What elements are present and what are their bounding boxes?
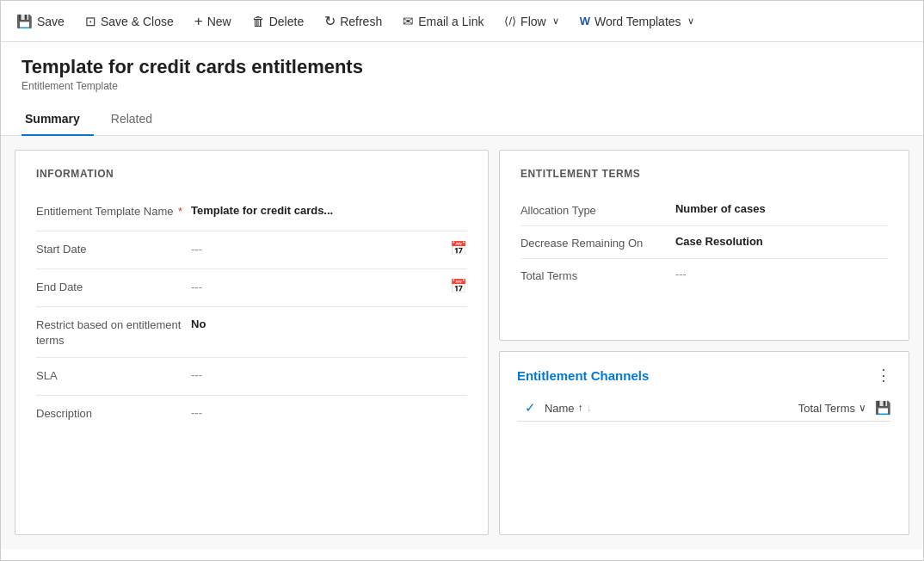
new-icon: + (194, 13, 203, 30)
field-entitlement-template-name: Entitlement Template Name * Template for… (36, 194, 467, 231)
field-sla-label: SLA (36, 367, 191, 384)
page-subtitle: Entitlement Template (22, 80, 902, 92)
new-button[interactable]: + New (186, 8, 240, 35)
page-title: Template for credit cards entitlements (22, 56, 902, 78)
save-button[interactable]: 💾 Save (8, 9, 73, 34)
delete-icon: 🗑 (252, 14, 265, 28)
refresh-label: Refresh (340, 15, 382, 28)
information-panel-title: INFORMATION (36, 168, 467, 180)
allocation-type-value[interactable]: Number of cases (675, 202, 888, 215)
field-description-value[interactable]: --- (191, 404, 467, 419)
word-templates-button[interactable]: W Word Templates ∨ (571, 9, 703, 34)
required-indicator: * (178, 205, 182, 218)
tab-related[interactable]: Related (108, 103, 166, 136)
channels-title: Entitlement Channels (517, 368, 649, 383)
save-close-button[interactable]: ⊡ Save & Close (77, 9, 182, 34)
save-close-label: Save & Close (101, 15, 174, 28)
refresh-button[interactable]: ↻ Refresh (316, 8, 391, 34)
field-start-date-value[interactable]: --- (191, 241, 443, 256)
field-restrict-value[interactable]: No (191, 316, 467, 330)
email-link-label: Email a Link (418, 15, 484, 28)
channels-table-header: ✓ Name ↑ ↓ Total Terms ∨ 💾 (517, 395, 891, 422)
tabs-bar: Summary Related (1, 102, 923, 136)
email-link-button[interactable]: ✉ Email a Link (394, 9, 492, 34)
field-start-date-label: Start Date (36, 240, 191, 257)
content-area: INFORMATION Entitlement Template Name * … (1, 136, 923, 549)
email-icon: ✉ (403, 14, 414, 29)
check-col-header: ✓ (517, 400, 545, 416)
sort-asc-icon[interactable]: ↑ (578, 402, 583, 414)
right-panels: ENTITLEMENT TERMS Allocation Type Number… (499, 150, 909, 535)
field-restrict-entitlement: Restrict based on entitlement terms No (36, 307, 467, 358)
flow-button[interactable]: ⟨/⟩ Flow ∨ (496, 9, 567, 34)
channels-header: Entitlement Channels ⋮ (517, 366, 891, 385)
start-date-calendar-icon[interactable]: 📅 (450, 240, 467, 256)
field-start-date: Start Date --- 📅 (36, 231, 467, 269)
word-templates-chevron-icon: ∨ (687, 15, 694, 27)
field-description: Description --- (36, 396, 467, 434)
delete-button[interactable]: 🗑 Delete (243, 9, 312, 34)
total-terms-label: Total Terms (521, 268, 675, 282)
new-label: New (207, 15, 231, 28)
entitlement-terms-panel: ENTITLEMENT TERMS Allocation Type Number… (499, 150, 909, 341)
field-allocation-type: Allocation Type Number of cases (521, 194, 888, 226)
entitlement-channels-panel: Entitlement Channels ⋮ ✓ Name ↑ ↓ Total … (499, 351, 909, 535)
flow-label: Flow (521, 15, 546, 28)
field-end-date-label: End Date (36, 278, 191, 295)
delete-label: Delete (269, 15, 304, 28)
field-sla-value[interactable]: --- (191, 367, 467, 381)
sort-desc-icon[interactable]: ↓ (587, 402, 592, 414)
information-panel: INFORMATION Entitlement Template Name * … (15, 150, 489, 535)
field-sla: SLA --- (36, 358, 467, 396)
field-description-label: Description (36, 404, 191, 422)
tab-summary[interactable]: Summary (22, 103, 94, 136)
word-templates-label: Word Templates (594, 15, 681, 28)
save-close-icon: ⊡ (85, 14, 96, 29)
flow-icon: ⟨/⟩ (504, 15, 516, 28)
total-terms-value[interactable]: --- (675, 268, 888, 280)
channels-menu-icon[interactable]: ⋮ (876, 366, 891, 385)
name-col-label: Name (545, 402, 575, 415)
refresh-icon: ↻ (324, 13, 336, 29)
allocation-type-label: Allocation Type (521, 202, 675, 217)
decrease-remaining-label: Decrease Remaining On (521, 235, 675, 250)
total-terms-col-label: Total Terms (798, 402, 855, 415)
field-decrease-remaining-on: Decrease Remaining On Case Resolution (521, 226, 888, 259)
save-icon: 💾 (16, 14, 33, 29)
field-entitlement-template-name-value[interactable]: Template for credit cards... (191, 202, 467, 217)
field-end-date-value[interactable]: --- (191, 279, 443, 293)
page-header: Template for credit cards entitlements E… (1, 42, 923, 92)
field-end-date: End Date --- 📅 (36, 269, 467, 307)
field-total-terms: Total Terms --- (521, 259, 888, 291)
word-templates-icon: W (580, 15, 590, 28)
flow-chevron-icon: ∨ (552, 15, 559, 27)
channels-save-icon[interactable]: 💾 (875, 400, 891, 416)
name-col-header: Name ↑ ↓ (545, 402, 754, 415)
field-restrict-label: Restrict based on entitlement terms (36, 316, 191, 348)
checkmark-icon[interactable]: ✓ (525, 400, 536, 416)
end-date-calendar-icon[interactable]: 📅 (450, 278, 467, 294)
entitlement-terms-title: ENTITLEMENT TERMS (521, 168, 888, 180)
toolbar: 💾 Save ⊡ Save & Close + New 🗑 Delete ↻ R… (1, 1, 923, 42)
decrease-remaining-value[interactable]: Case Resolution (675, 235, 888, 248)
save-label: Save (37, 15, 65, 28)
field-entitlement-template-name-label: Entitlement Template Name * (36, 202, 191, 219)
total-terms-sort-icon[interactable]: ∨ (859, 402, 866, 414)
total-terms-col-header: Total Terms ∨ 💾 (754, 400, 891, 416)
